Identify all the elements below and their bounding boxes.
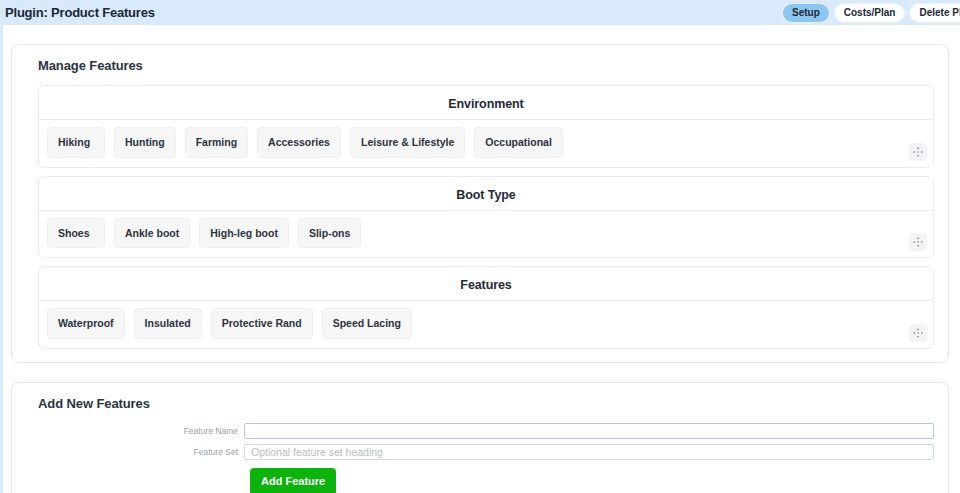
topbar-buttons: SetupCosts/PlanDelete PluginAll Plugins bbox=[783, 0, 960, 25]
feature-chip[interactable]: Shoes bbox=[47, 218, 105, 249]
feature-chip-row: HikingHuntingFarmingAccessoriesLeisure &… bbox=[39, 120, 933, 167]
manage-features-card: Manage Features Environment HikingHuntin… bbox=[11, 44, 949, 363]
feature-chip[interactable]: Waterproof bbox=[47, 308, 125, 339]
topbar: Plugin: Product Features SetupCosts/Plan… bbox=[0, 0, 960, 25]
add-features-heading: Add New Features bbox=[38, 396, 934, 411]
feature-chip-row: WaterproofInsulatedProtective RandSpeed … bbox=[39, 301, 933, 348]
feature-set-list: Environment HikingHuntingFarmingAccessor… bbox=[38, 85, 934, 349]
feature-chip[interactable]: Occupational bbox=[474, 127, 563, 158]
feature-chip[interactable]: Ankle boot bbox=[114, 218, 190, 249]
arrows-move-icon bbox=[912, 327, 924, 339]
feature-set-group: Environment HikingHuntingFarmingAccessor… bbox=[38, 85, 934, 168]
feature-name-label: Feature Name bbox=[38, 426, 244, 436]
left-edge-strip bbox=[0, 0, 3, 493]
feature-chip[interactable]: Farming bbox=[185, 127, 248, 158]
feature-set-heading: Boot Type bbox=[39, 177, 933, 210]
feature-chip[interactable]: Leisure & Lifestyle bbox=[350, 127, 465, 158]
feature-chip[interactable]: Speed Lacing bbox=[322, 308, 412, 339]
feature-chip[interactable]: Protective Rand bbox=[211, 308, 313, 339]
feature-chip[interactable]: Hunting bbox=[114, 127, 176, 158]
arrows-move-icon bbox=[912, 236, 924, 248]
topbar-button-costs-plan[interactable]: Costs/Plan bbox=[835, 4, 905, 22]
feature-set-input[interactable] bbox=[244, 444, 934, 460]
feature-chip[interactable]: Hiking bbox=[47, 127, 105, 158]
feature-name-input[interactable] bbox=[244, 423, 934, 439]
drag-handle[interactable] bbox=[909, 143, 927, 161]
feature-chip-row: ShoesAnkle bootHigh-leg bootSlip-ons bbox=[39, 211, 933, 258]
topbar-button-setup[interactable]: Setup bbox=[783, 4, 829, 22]
feature-set-label: Feature Set bbox=[38, 447, 244, 457]
feature-set-heading: Environment bbox=[39, 86, 933, 119]
feature-set-group: Features WaterproofInsulatedProtective R… bbox=[38, 266, 934, 349]
manage-features-heading: Manage Features bbox=[38, 58, 934, 73]
feature-set-group: Boot Type ShoesAnkle bootHigh-leg bootSl… bbox=[38, 176, 934, 259]
arrows-move-icon bbox=[912, 146, 924, 158]
drag-handle[interactable] bbox=[909, 233, 927, 251]
feature-chip[interactable]: Accessories bbox=[257, 127, 341, 158]
feature-chip[interactable]: Insulated bbox=[134, 308, 202, 339]
add-feature-button[interactable]: Add Feature bbox=[250, 468, 336, 493]
drag-handle[interactable] bbox=[909, 324, 927, 342]
feature-chip[interactable]: High-leg boot bbox=[199, 218, 289, 249]
feature-set-heading: Features bbox=[39, 267, 933, 300]
topbar-button-delete-plugin[interactable]: Delete Plugin bbox=[910, 4, 960, 22]
page-title: Plugin: Product Features bbox=[5, 5, 155, 20]
add-features-card: Add New Features Feature Name Feature Se… bbox=[11, 382, 949, 493]
feature-chip[interactable]: Slip-ons bbox=[298, 218, 361, 249]
